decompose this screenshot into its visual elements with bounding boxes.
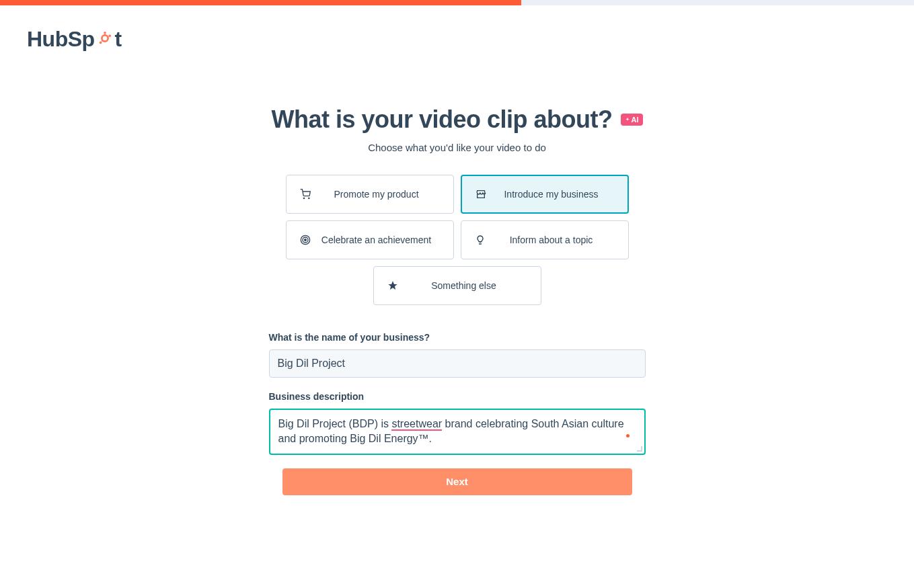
- option-label: Something else: [399, 280, 529, 291]
- option-label: Promote my product: [312, 189, 441, 200]
- hubspot-logo[interactable]: HubSpt: [27, 27, 914, 52]
- option-inform-topic[interactable]: Inform about a topic: [461, 220, 629, 259]
- next-button[interactable]: Next: [282, 468, 632, 495]
- svg-line-5: [107, 36, 108, 37]
- svg-point-8: [308, 198, 309, 198]
- resize-handle[interactable]: [636, 446, 643, 452]
- svg-point-7: [303, 198, 304, 198]
- sparkle-icon: [625, 117, 630, 122]
- svg-point-2: [108, 34, 111, 37]
- cart-icon: [299, 187, 312, 201]
- bulb-icon: [473, 233, 487, 247]
- star-icon: [386, 279, 399, 292]
- option-something-else[interactable]: Something else: [373, 266, 541, 305]
- business-name-label: What is the name of your business?: [269, 332, 646, 343]
- indicator-dot: [626, 434, 630, 437]
- svg-point-1: [104, 31, 106, 34]
- logo-text-t: t: [115, 27, 122, 52]
- progress-fill: [0, 0, 521, 5]
- svg-point-3: [99, 41, 102, 44]
- option-introduce-business[interactable]: Introduce my business: [461, 175, 629, 214]
- business-name-input[interactable]: [269, 349, 646, 378]
- page-heading: What is your video clip about?: [271, 106, 612, 134]
- logo-text-hub: HubSp: [27, 27, 95, 52]
- svg-point-11: [304, 239, 306, 241]
- business-description-textarea[interactable]: Big Dil Project (BDP) is streetwear bran…: [269, 409, 646, 455]
- ai-badge-text: AI: [632, 116, 639, 124]
- sprocket-icon: [98, 31, 112, 48]
- storefront-icon: [474, 187, 488, 201]
- option-label: Inform about a topic: [487, 235, 616, 245]
- ai-badge: AI: [621, 114, 643, 126]
- option-label: Introduce my business: [488, 189, 615, 200]
- heading-wrap: What is your video clip about? AI: [269, 106, 646, 134]
- svg-line-6: [102, 40, 103, 41]
- option-celebrate-achievement[interactable]: Celebrate an achievement: [286, 220, 454, 259]
- options-grid: Promote my product Introduce my business…: [269, 175, 646, 305]
- progress-bar: [0, 0, 914, 5]
- subheading: Choose what you'd like your video to do: [269, 142, 646, 153]
- main-container: What is your video clip about? AI Choose…: [256, 106, 659, 495]
- option-promote-product[interactable]: Promote my product: [286, 175, 454, 214]
- desc-prefix: Big Dil Project (BDP) is: [278, 418, 392, 429]
- business-description-label: Business description: [269, 391, 646, 402]
- business-name-section: What is the name of your business?: [269, 332, 646, 378]
- business-description-section: Business description Big Dil Project (BD…: [269, 391, 646, 455]
- desc-underlined: streetwear: [391, 418, 442, 431]
- option-label: Celebrate an achievement: [312, 235, 441, 245]
- textarea-wrap: Big Dil Project (BDP) is streetwear bran…: [269, 409, 646, 455]
- target-icon: [299, 233, 312, 247]
